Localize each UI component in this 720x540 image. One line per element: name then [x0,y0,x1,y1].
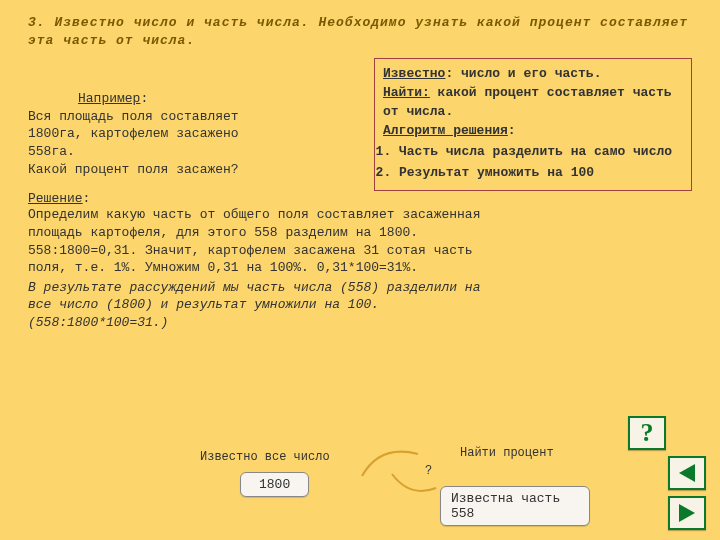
chevron-right-icon [679,504,695,522]
solution-label: Решение: [28,191,692,206]
task-heading: 3. Известно число и часть числа. Необход… [28,14,692,50]
known-label: Известно [383,66,445,81]
example-label: Например: [28,90,368,108]
curved-arrow-icon [390,470,440,500]
algorithm-box: Известно: число и его часть. Найти: како… [374,58,692,191]
algo-step: Результат умножить на 100 [399,164,683,183]
conclusion-line: все число (1800) и результат умножили на… [28,296,692,314]
solution-line: Определим какую часть от общего поля сос… [28,206,692,224]
whole-value-box: 1800 [240,472,309,497]
find-percent-label: Найти процент [460,446,554,460]
example-line: Какой процент поля засажен? [28,161,368,179]
find-label: Найти: [383,85,430,100]
conclusion-line: В результате рассуждений мы часть числа … [28,279,692,297]
solution-line: 558:1800=0,31. Значит, картофелем засаже… [28,242,692,260]
next-button[interactable] [668,496,706,530]
solution-line: площадь картофеля, для этого 558 раздели… [28,224,692,242]
prev-button[interactable] [668,456,706,490]
conclusion-line: (558:1800*100=31.) [28,314,692,332]
chevron-left-icon [679,464,695,482]
nav-controls: ? [626,416,706,530]
example-line: 558га. [28,143,368,161]
solution-line: поля, т.е. 1%. Умножим 0,31 на 100%. 0,3… [28,259,692,277]
help-button[interactable]: ? [628,416,666,450]
bottom-diagram: Известно все число 1800 Найти процент ? … [160,450,590,530]
example-line: 1800га, картофелем засажено [28,125,368,143]
task-number: 3. [28,15,46,30]
part-value-box: Известна часть 558 [440,486,590,526]
whole-label: Известно все число [200,450,330,464]
task-title: Известно число и часть числа. Необходимо… [28,15,688,48]
example-line: Вся площадь поля составляет [28,108,368,126]
algo-step: Часть числа разделить на само число [399,143,683,162]
algo-title: Алгоритм решения [383,123,508,138]
known-text: : число и его часть. [445,66,601,81]
